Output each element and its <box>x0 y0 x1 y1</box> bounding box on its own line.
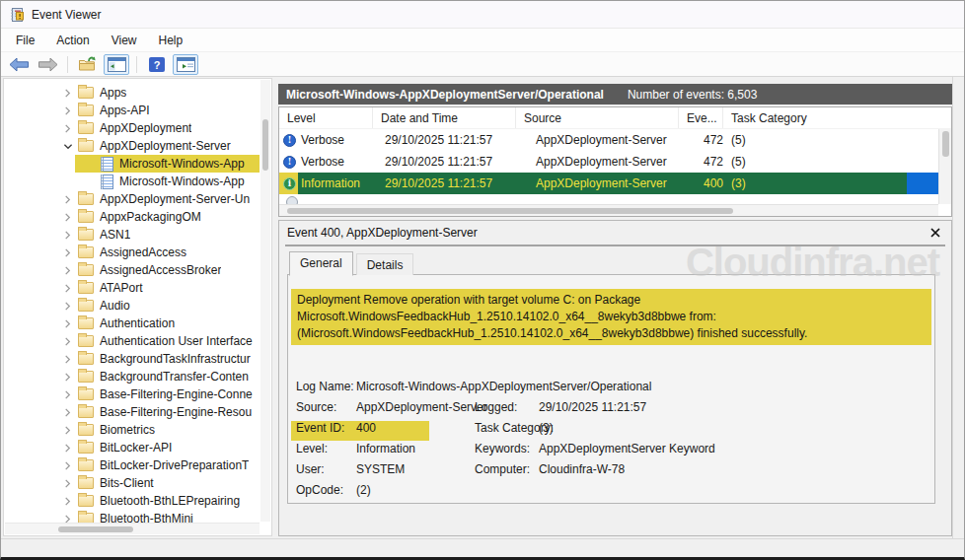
show-action-pane-button[interactable] <box>173 54 198 75</box>
chevron-down-icon[interactable] <box>63 142 78 151</box>
menu-view[interactable]: View <box>101 31 148 50</box>
title-bar: Event Viewer <box>1 1 964 29</box>
column-header-task-category[interactable]: Task Category <box>723 107 951 128</box>
tree-item[interactable]: Authentication <box>4 315 260 332</box>
tree-item[interactable]: AppXDeployment <box>4 119 260 137</box>
scrollbar-thumb[interactable] <box>262 119 268 171</box>
chevron-right-icon[interactable] <box>63 248 78 257</box>
chevron-right-icon[interactable] <box>63 461 78 470</box>
list-vertical-scrollbar[interactable] <box>938 129 951 204</box>
column-header-source[interactable]: Source <box>516 107 679 128</box>
list-horizontal-scrollbar[interactable] <box>279 204 938 216</box>
tree-item[interactable]: AppxPackagingOM <box>4 208 260 226</box>
event-row[interactable]: !Verbose29/10/2025 11:21:57AppXDeploymen… <box>279 151 951 173</box>
tree-item[interactable]: Apps <box>4 84 260 102</box>
export-folder-button[interactable] <box>75 54 101 75</box>
chevron-right-icon[interactable] <box>63 408 78 417</box>
task-category-cell: (3) <box>723 173 951 194</box>
chevron-right-icon[interactable] <box>63 89 78 98</box>
tree-item[interactable]: Microsoft-Windows-App <box>4 173 260 190</box>
menu-action[interactable]: Action <box>45 31 100 50</box>
tree-horizontal-scrollbar[interactable] <box>5 523 260 534</box>
tree-item[interactable]: Apps-API <box>4 102 260 119</box>
tree-item[interactable]: BackgroundTransfer-Conten <box>4 368 260 385</box>
tree-item[interactable]: BackgroundTaskInfrastructur <box>4 350 260 368</box>
chevron-right-icon[interactable] <box>63 497 78 506</box>
help-button[interactable]: ? <box>144 54 170 75</box>
level-label: Level: <box>296 442 328 455</box>
chevron-right-icon[interactable] <box>63 231 78 240</box>
tree-item[interactable]: AppXDeployment-Server <box>4 137 260 155</box>
chevron-right-icon[interactable] <box>63 444 78 453</box>
chevron-right-icon[interactable] <box>63 319 78 328</box>
event-row[interactable]: iInformation29/10/2025 11:21:57AppXDeplo… <box>279 173 951 194</box>
source-cell: AppXDeployment-Server <box>516 173 679 194</box>
tree-item[interactable]: AppXDeployment-Server-Un <box>4 190 260 208</box>
logged-value: 29/10/2025 11:21:57 <box>539 400 646 414</box>
folder-icon <box>78 282 94 294</box>
tab-general[interactable]: General <box>289 251 353 276</box>
tree-item[interactable]: AssignedAccessBroker <box>4 261 260 279</box>
event-id-label: Event ID: <box>296 421 344 435</box>
chevron-right-icon[interactable] <box>63 284 78 293</box>
chevron-right-icon[interactable] <box>63 124 78 133</box>
tree-item-label: ATAPort <box>100 281 143 295</box>
tree-item[interactable]: Bits-Client <box>4 474 260 492</box>
back-arrow-icon <box>9 57 30 72</box>
tree-item[interactable]: Microsoft-Windows-App <box>4 155 260 173</box>
close-detail-button[interactable] <box>928 225 943 241</box>
menu-file[interactable]: File <box>5 31 45 50</box>
menu-help[interactable]: Help <box>148 31 194 50</box>
column-header-eve-[interactable]: Eve... <box>679 107 723 128</box>
tree-item[interactable]: AssignedAccess <box>4 244 260 261</box>
tree-item[interactable]: Audio <box>4 297 260 315</box>
tree-item[interactable]: BitLocker-API <box>4 439 260 456</box>
back-button[interactable] <box>6 54 32 75</box>
tree-item-label: BitLocker-DrivePreparationT <box>100 458 249 472</box>
level-cell: !Verbose <box>279 151 373 173</box>
tree-item[interactable]: Base-Filtering-Engine-Conne <box>4 385 260 403</box>
tree-item[interactable]: Base-Filtering-Engine-Resou <box>4 403 260 421</box>
action-pane-icon <box>177 57 195 72</box>
scrollbar-thumb[interactable] <box>58 526 133 532</box>
scrollbar-thumb[interactable] <box>287 208 733 214</box>
chevron-right-icon[interactable] <box>63 426 78 435</box>
chevron-right-icon[interactable] <box>63 373 78 382</box>
level-cell: iInformation <box>279 173 373 194</box>
tree-item[interactable]: ATAPort <box>4 279 260 297</box>
chevron-right-icon[interactable] <box>63 302 78 311</box>
chevron-right-icon[interactable] <box>63 266 78 275</box>
event-detail-title: Event 400, AppXDeployment-Server <box>287 226 928 240</box>
event-row[interactable]: !Verbose29/10/2025 11:21:57AppXDeploymen… <box>279 129 951 151</box>
chevron-right-icon[interactable] <box>63 355 78 364</box>
task-category-value: (3) <box>539 421 554 435</box>
tab-details[interactable]: Details <box>356 253 414 275</box>
tree-item-label: Microsoft-Windows-App <box>119 175 245 188</box>
column-header-date-and-time[interactable]: Date and Time <box>373 107 516 128</box>
tree-item[interactable]: ASN1 <box>4 226 260 244</box>
scrollbar-thumb[interactable] <box>942 131 949 157</box>
chevron-right-icon[interactable] <box>63 213 78 222</box>
tree-item[interactable]: Authentication User Interface <box>4 332 260 350</box>
chevron-right-icon[interactable] <box>63 195 78 204</box>
chevron-right-icon[interactable] <box>63 390 78 399</box>
chevron-right-icon[interactable] <box>63 337 78 346</box>
tree-item[interactable]: Bluetooth-BthLEPrepairing <box>4 492 260 510</box>
date-cell: 29/10/2025 11:21:57 <box>373 173 516 194</box>
user-label: User: <box>296 462 325 476</box>
tree-item[interactable]: BitLocker-DrivePreparationT <box>4 456 260 474</box>
log-name-value: Microsoft-Windows-AppXDeploymentServer/O… <box>356 380 651 393</box>
forward-button[interactable] <box>35 54 60 75</box>
tree-vertical-scrollbar[interactable] <box>260 80 270 522</box>
show-console-tree-button[interactable] <box>104 54 129 75</box>
chevron-right-icon[interactable] <box>63 479 78 488</box>
level-text: Verbose <box>301 133 344 147</box>
opcode-value: (2) <box>356 483 371 497</box>
folder-icon <box>78 105 94 116</box>
event-id-cell: 472 <box>679 129 723 151</box>
keywords-label: Keywords: <box>475 442 530 455</box>
column-header-level[interactable]: Level <box>279 107 373 128</box>
level-value: Information <box>356 442 415 455</box>
chevron-right-icon[interactable] <box>63 106 78 115</box>
tree-item[interactable]: Biometrics <box>4 421 260 439</box>
